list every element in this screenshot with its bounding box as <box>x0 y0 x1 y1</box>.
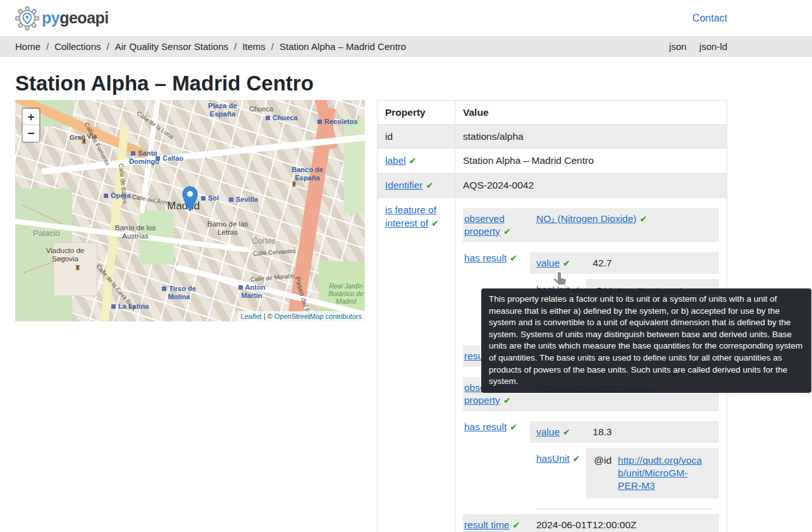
value-number: 18.3 <box>586 421 719 443</box>
result-time-row: result time✔ 2024-06-01T12:00:00Z <box>463 514 719 532</box>
identifier-property-link[interactable]: Identifier <box>385 180 422 190</box>
map-label: Cortes <box>252 237 276 246</box>
has-unit-link[interactable]: hasUnit <box>536 453 570 464</box>
breadcrumb-item-collection: Air Quality Sensor Stations <box>115 41 228 52</box>
map-label: Viaducto de Segovia <box>40 247 90 263</box>
has-result-row: has result✔ value✔ 18.3 <box>463 416 719 504</box>
map-attribution: Leaflet | © OpenStreetMap contributors <box>238 311 365 321</box>
check-icon: ✔ <box>563 258 570 268</box>
check-icon: ✔ <box>563 427 570 437</box>
observed-property-link[interactable]: observed property <box>464 213 505 237</box>
map-label: Chueca <box>249 105 273 113</box>
result-time-link[interactable]: result time <box>464 519 510 530</box>
breadcrumb-bar: Home / Collections / Air Quality Sensor … <box>0 36 812 57</box>
breadcrumb-item-collections: Collections <box>54 41 101 52</box>
check-icon: ✔ <box>510 253 517 263</box>
breadcrumb-separator: / <box>107 41 109 52</box>
breadcrumb-item-home: Home <box>15 41 40 52</box>
page-title: Station Alpha – Madrid Centro <box>15 70 727 96</box>
map-label: Palacio <box>33 229 60 238</box>
map-label: Recoletos <box>317 118 358 126</box>
check-icon: ✔ <box>503 226 511 237</box>
leaflet-attribution-link[interactable]: Leaflet <box>241 312 262 320</box>
osm-attribution-link[interactable]: OpenStreetMap <box>274 312 324 320</box>
check-icon: ✔ <box>503 395 511 405</box>
value-link[interactable]: value <box>536 426 560 437</box>
leaflet-map[interactable]: ♜ ♜ ♜ Plaza de España Chueca Chueca Reco… <box>15 100 365 321</box>
map-label: Sevilla <box>229 195 258 204</box>
table-row-identifier: Identifier✔ AQS-2024-0042 <box>378 173 727 198</box>
value-link[interactable]: value <box>536 257 560 268</box>
has-unit-definition-tooltip: This property relates a factor unit to i… <box>481 288 811 393</box>
castle-icon: ♜ <box>75 264 81 271</box>
table-header-row: Property Value <box>378 101 727 125</box>
map-label: Chueca <box>266 114 298 122</box>
check-icon: ✔ <box>431 218 439 228</box>
breadcrumb: Home / Collections / Air Quality Sensor … <box>15 41 406 52</box>
observation-table: observed property✔ Particulate Matter < … <box>463 372 719 532</box>
observed-property-value-link[interactable]: NO₂ (Nitrogen Dioxide) <box>536 213 636 224</box>
pygeoapi-gear-pin-logo-icon <box>15 6 39 30</box>
value-column-header: Value <box>455 101 727 125</box>
attribution-copyright: © <box>268 312 273 320</box>
app-header: pygeoapi Contact <box>0 0 812 36</box>
value-row: value✔ 18.3 <box>530 421 719 443</box>
breadcrumb-separator: / <box>271 41 274 52</box>
format-links: json json-ld <box>659 41 727 52</box>
has-result-link[interactable]: has result <box>464 252 507 263</box>
breadcrumb-link-collections[interactable]: Collections <box>54 41 101 52</box>
unit-url-link[interactable]: http://qudt.org/vocab/unit/MicroGM-PER-M… <box>618 454 705 492</box>
property-column-header: Property <box>378 101 455 125</box>
property-id-label: id <box>378 125 455 149</box>
label-property-link[interactable]: label <box>385 155 406 166</box>
check-icon: ✔ <box>409 156 417 166</box>
castle-icon: ♜ <box>291 181 297 188</box>
map-park <box>344 119 365 214</box>
check-icon: ✔ <box>639 214 647 224</box>
label-property-value: Station Alpha – Madrid Centro <box>455 149 727 173</box>
property-id-value: stations/alpha <box>455 125 727 149</box>
osm-contributors-link[interactable]: contributors <box>326 312 362 320</box>
breadcrumb-link-current[interactable]: Station Alpha – Madrid Centro <box>280 41 406 52</box>
breadcrumb-link-collection[interactable]: Air Quality Sensor Stations <box>115 41 228 52</box>
zoom-out-button[interactable]: − <box>23 125 39 142</box>
map-label: Barrio de las Letras <box>207 220 249 237</box>
divider <box>536 509 713 509</box>
value-number: 42.7 <box>586 252 719 274</box>
breadcrumb-item-current: Station Alpha – Madrid Centro <box>280 41 406 52</box>
brand-logo-link[interactable]: pygeoapi <box>15 6 109 30</box>
check-icon: ✔ <box>426 180 433 190</box>
map-label: Callao <box>156 154 183 163</box>
map-label: Barrio de los Austrias <box>110 224 161 240</box>
result-time-value: 2024-06-01T12:00:00Z <box>530 514 719 532</box>
breadcrumb-separator: / <box>234 41 237 52</box>
has-unit-row: hasUnit✔ @id http://qudt.org/vocab/unit/… <box>530 448 719 498</box>
has-result-link[interactable]: has result <box>464 421 507 432</box>
check-icon: ✔ <box>513 520 520 530</box>
breadcrumb-link-items[interactable]: Items <box>242 41 266 52</box>
hand-pointer-cursor-icon <box>552 271 567 286</box>
separator-row <box>463 509 719 509</box>
map-zoom-control: + − <box>22 108 40 143</box>
is-feature-of-interest-link[interactable]: is feature of interest of <box>385 204 436 228</box>
map-label: Banco de España <box>287 166 328 182</box>
breadcrumb-link-home[interactable]: Home <box>15 41 40 52</box>
map-label: Antón Martín <box>234 283 269 299</box>
map-marker-icon[interactable] <box>182 186 198 212</box>
check-icon: ✔ <box>510 422 517 432</box>
breadcrumb-separator: / <box>46 41 49 52</box>
result-table: value✔ 18.3 hasUnit✔ @id <box>530 416 719 504</box>
check-icon: ✔ <box>573 454 581 464</box>
id-key-label: @id <box>594 454 612 467</box>
unit-id-box: @id http://qudt.org/vocab/unit/MicroGM-P… <box>586 448 719 498</box>
table-row-id: id stations/alpha <box>378 125 727 149</box>
json-link[interactable]: json <box>669 41 687 52</box>
attribution-divider: | <box>264 312 266 320</box>
map-label: Sol <box>201 194 219 202</box>
observed-property-row: observed property✔ NO₂ (Nitrogen Dioxide… <box>463 208 719 242</box>
brand-name: pygeoapi <box>42 10 109 26</box>
zoom-in-button[interactable]: + <box>23 109 39 125</box>
table-row-label: label✔ Station Alpha – Madrid Centro <box>378 149 727 173</box>
json-ld-link[interactable]: json-ld <box>699 41 727 52</box>
contact-link[interactable]: Contact <box>692 13 727 24</box>
